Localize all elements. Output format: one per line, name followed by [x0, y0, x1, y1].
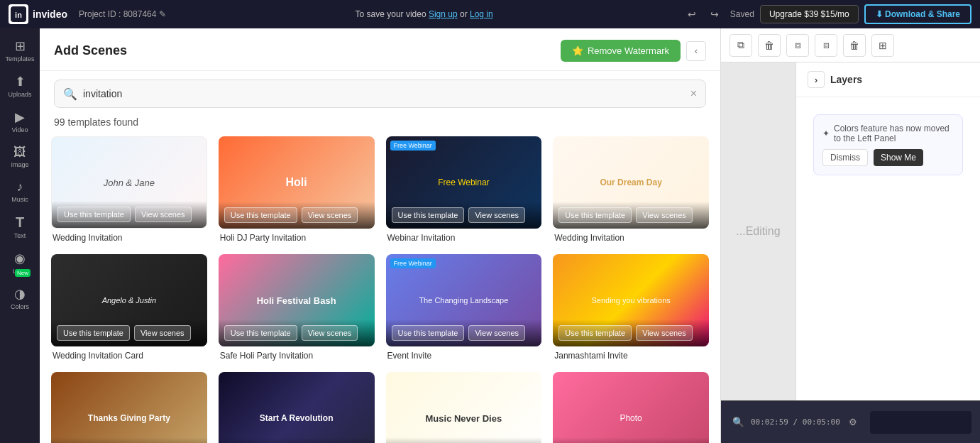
right-toolbar: ⧉ 🗑 ⧈ ⧇ 🗑 ⊞: [721, 28, 980, 62]
view-scenes-button-t1[interactable]: View scenes: [135, 207, 192, 222]
template-name-t6: Safe Holi Party Invitation: [219, 351, 375, 361]
use-template-button-t2[interactable]: Use this template: [224, 207, 297, 223]
sidebar-item-colors[interactable]: ◑ Colors: [0, 282, 40, 315]
search-input[interactable]: [83, 88, 685, 99]
use-template-button-t8[interactable]: Use this template: [558, 325, 632, 341]
sidebar-item-image[interactable]: 🖼 Image: [0, 141, 40, 173]
timeline-settings-button[interactable]: ⚙: [844, 414, 861, 431]
template-card-t9[interactable]: Thanks Giving PartyUse this templateView…: [51, 372, 207, 443]
templates-icon: ⊞: [15, 38, 26, 54]
free-badge-t7: Free Webinar: [390, 258, 436, 268]
template-name-t2: Holi DJ Party Invitation: [219, 233, 375, 243]
template-card-t12[interactable]: PhotoUse this templateView scenesPhoto I…: [553, 372, 709, 443]
layers-content: ✦ Colors feature has now moved to the Le…: [796, 97, 980, 400]
remove-watermark-button[interactable]: ⭐ Remove Watermark: [561, 40, 681, 62]
template-card-t4[interactable]: Our Dream DayUse this templateView scene…: [553, 136, 709, 243]
undo-button[interactable]: ↩: [682, 4, 702, 24]
template-thumb-t6: Holi Festival BashUse this templateView …: [219, 254, 375, 346]
uploads-icon: ⬆: [15, 74, 26, 89]
search-box: 🔍 ×: [54, 80, 706, 108]
search-area: 🔍 ×: [40, 71, 720, 116]
collapse-panel-button[interactable]: ‹: [686, 41, 706, 61]
toolbar-copy-button[interactable]: ⧉: [730, 34, 752, 57]
free-badge-t3: Free Webinar: [390, 141, 436, 151]
redo-button[interactable]: ↪: [705, 4, 725, 24]
use-template-button-t5[interactable]: Use this template: [57, 325, 130, 341]
timeline-zoom-button[interactable]: 🔍: [730, 414, 747, 431]
dismiss-button[interactable]: Dismiss: [822, 149, 868, 166]
template-card-t5[interactable]: Angelo & JustinUse this templateView sce…: [51, 254, 207, 361]
right-panel: ⧉ 🗑 ⧈ ⧇ 🗑 ⊞ ...Editing › Layers: [721, 28, 980, 443]
left-sidebar: ⊞ Templates ⬆ Uploads ▶ Video 🖼 Image ♪ …: [0, 28, 40, 443]
sidebar-label-image: Image: [11, 161, 28, 168]
view-scenes-button-t3[interactable]: View scenes: [468, 207, 525, 223]
toolbar-align-button[interactable]: ⧈: [786, 34, 809, 57]
view-scenes-button-t7[interactable]: View scenes: [468, 325, 525, 341]
toolbar-grid-button[interactable]: ⊞: [871, 34, 894, 57]
template-card-t8[interactable]: Sending you vibrationsUse this templateV…: [553, 254, 709, 361]
view-scenes-button-t5[interactable]: View scenes: [134, 325, 191, 341]
notification-actions: Dismiss Show Me: [822, 149, 954, 166]
template-card-t11[interactable]: Music Never DiesUse this templateView sc…: [386, 372, 542, 443]
upgrade-button[interactable]: Upgrade $39 $15/mo: [760, 5, 859, 23]
template-thumb-t8: Sending you vibrationsUse this templateV…: [553, 254, 709, 346]
layers-title: Layers: [830, 74, 862, 85]
toolbar-crop-button[interactable]: ⧇: [815, 34, 837, 57]
template-name-t7: Event Invite: [386, 351, 542, 361]
edit-icon[interactable]: ✎: [159, 9, 166, 19]
sidebar-label-text: Text: [14, 232, 26, 239]
topbar-center: To save your video Sign up or Log in: [177, 9, 670, 19]
layers-toggle-button[interactable]: ›: [808, 71, 825, 88]
timeline-track[interactable]: [870, 411, 971, 434]
use-template-button-t3[interactable]: Use this template: [392, 207, 465, 223]
sidebar-item-video[interactable]: ▶ Video: [0, 105, 40, 138]
thumb-overlay-t5: Use this templateView scenes: [51, 319, 207, 346]
sidebar-item-uploads[interactable]: ⬆ Uploads: [0, 70, 40, 102]
sidebar-label-uploads: Uploads: [8, 91, 31, 98]
use-template-button-t1[interactable]: Use this template: [57, 207, 131, 222]
template-thumb-t5: Angelo & JustinUse this templateView sce…: [51, 254, 207, 346]
toolbar-delete-button[interactable]: 🗑: [758, 34, 781, 57]
template-name-t1: Wedding Invitation: [51, 233, 207, 243]
layers-panel: › Layers ✦ Colors feature has now moved …: [795, 62, 980, 400]
thumb-overlay-t6: Use this templateView scenes: [219, 319, 375, 346]
view-scenes-button-t4[interactable]: View scenes: [636, 207, 693, 223]
sidebar-item-templates[interactable]: ⊞ Templates: [0, 34, 40, 67]
view-scenes-button-t6[interactable]: View scenes: [302, 325, 358, 341]
use-template-button-t6[interactable]: Use this template: [224, 325, 297, 341]
clear-search-button[interactable]: ×: [690, 87, 697, 100]
add-scenes-panel: Add Scenes ⭐ Remove Watermark ‹ 🔍 × 99 t…: [40, 28, 721, 443]
template-card-t3[interactable]: Free WebinarFree WebinarUse this templat…: [386, 136, 542, 243]
music-icon: ♪: [17, 180, 23, 195]
use-template-button-t7[interactable]: Use this template: [392, 325, 465, 341]
image-icon: 🖼: [13, 145, 26, 160]
show-me-button[interactable]: Show Me: [874, 149, 923, 166]
use-template-button-t4[interactable]: Use this template: [558, 207, 632, 223]
template-grid: John & JaneUse this templateView scenesW…: [40, 136, 720, 443]
sidebar-item-text[interactable]: T Text: [0, 210, 40, 244]
timeline: 🔍 00:02:59 / 00:05:00 ⚙: [721, 400, 980, 443]
star-icon: ⭐: [572, 45, 583, 56]
topbar: in invideo Project ID : 8087464 ✎ To sav…: [0, 0, 980, 28]
template-thumb-t7: The Changing LandscapeFree WebinarUse th…: [386, 254, 542, 346]
sidebar-item-music[interactable]: ♪ Music: [0, 175, 40, 207]
download-share-button[interactable]: ⬇ Download & Share: [864, 4, 971, 24]
view-scenes-button-t8[interactable]: View scenes: [636, 325, 693, 341]
layers-header: › Layers: [796, 62, 980, 97]
template-card-t2[interactable]: HoliUse this templateView scenesHoli DJ …: [219, 136, 375, 243]
signup-link[interactable]: Sign up: [429, 9, 458, 19]
login-link[interactable]: Log in: [470, 9, 493, 19]
template-card-t1[interactable]: John & JaneUse this templateView scenesW…: [51, 136, 207, 243]
view-scenes-button-t2[interactable]: View scenes: [302, 207, 358, 223]
thumb-overlay-t11: Use this templateView scenes: [386, 437, 542, 443]
sidebar-item-colors-wrap: New ◑ Colors: [0, 282, 40, 315]
template-card-t10[interactable]: Start A RevolutionUse this templateView …: [219, 372, 375, 443]
template-card-t7[interactable]: The Changing LandscapeFree WebinarUse th…: [386, 254, 542, 361]
template-thumb-t10: Start A RevolutionUse this templateView …: [219, 372, 375, 443]
sparkle-icon: ✦: [822, 128, 830, 138]
undo-redo-group: ↩ ↪: [682, 4, 725, 24]
toolbar-trash-button[interactable]: 🗑: [843, 34, 866, 57]
search-icon: 🔍: [63, 87, 77, 101]
template-name-t4: Wedding Invitation: [553, 233, 709, 243]
template-card-t6[interactable]: Holi Festival BashUse this templateView …: [219, 254, 375, 361]
